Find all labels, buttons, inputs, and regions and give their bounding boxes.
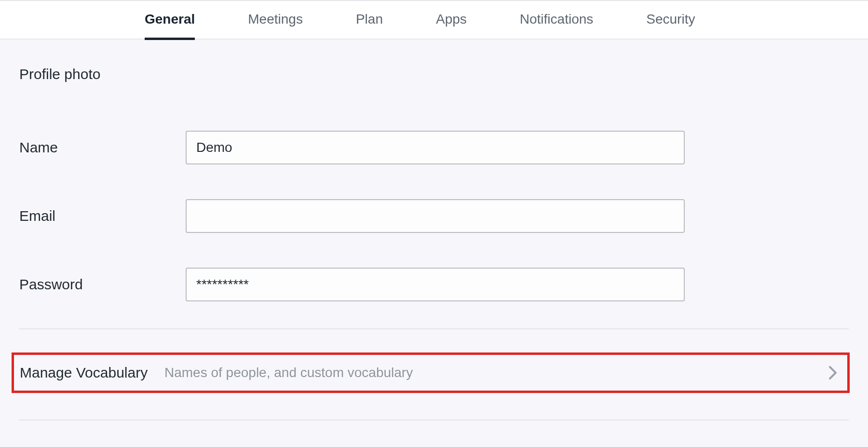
- settings-content: Profile photo Name Email Password Manage…: [0, 40, 868, 420]
- tab-general[interactable]: General: [145, 0, 195, 40]
- manage-vocabulary-description: Names of people, and custom vocabulary: [164, 365, 823, 380]
- password-label: Password: [19, 276, 186, 293]
- password-input[interactable]: [186, 268, 685, 301]
- name-input[interactable]: [186, 131, 685, 164]
- manage-vocabulary-highlight: Manage Vocabulary Names of people, and c…: [12, 352, 850, 393]
- profile-photo-label: Profile photo: [19, 66, 849, 82]
- tab-apps[interactable]: Apps: [436, 0, 467, 40]
- tabs-bar: General Meetings Plan Apps Notifications…: [0, 0, 868, 40]
- name-row: Name: [19, 131, 849, 164]
- tab-meetings[interactable]: Meetings: [248, 0, 303, 40]
- tab-security[interactable]: Security: [646, 0, 695, 40]
- email-input[interactable]: [186, 199, 685, 233]
- name-label: Name: [19, 139, 186, 156]
- tab-plan[interactable]: Plan: [356, 0, 383, 40]
- divider: [19, 420, 849, 420]
- email-row: Email: [19, 199, 849, 233]
- manage-vocabulary-row[interactable]: Manage Vocabulary Names of people, and c…: [20, 364, 842, 382]
- password-row: Password: [19, 268, 849, 301]
- manage-vocabulary-title: Manage Vocabulary: [20, 364, 164, 382]
- tab-notifications[interactable]: Notifications: [520, 0, 594, 40]
- email-label: Email: [19, 208, 186, 224]
- chevron-right-icon: [823, 366, 842, 379]
- divider: [19, 328, 849, 329]
